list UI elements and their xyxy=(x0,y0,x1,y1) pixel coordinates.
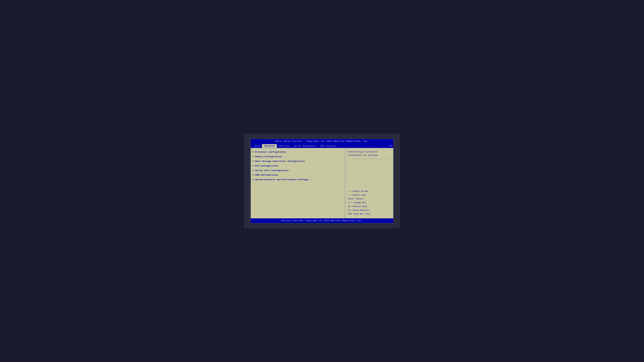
bezel: Aptio Setup Utility - Copyright (C) 2010… xyxy=(244,134,400,228)
key-help: →←: Select Screen ↑↓: Select Item Enter:… xyxy=(348,190,391,216)
key-select-screen: →←: Select Screen xyxy=(348,190,391,193)
footer-text: Version 2.00.1201. Copyright (C) 2010 Am… xyxy=(281,219,363,222)
menu-item-serial-port[interactable]: ► Serial Port Configuration xyxy=(253,169,343,172)
title-text: Aptio Setup Utility - Copyright (C) 2010… xyxy=(275,140,369,143)
left-panel: ► Processor Configuration ► Memory Confi… xyxy=(251,148,345,218)
menu-item-usb[interactable]: ► USB Configuration xyxy=(253,174,343,177)
menu-item-mass-storage[interactable]: ► Mass Storage Controller Configuration xyxy=(253,160,343,163)
tab-bar: Main Advanced Security Server Management… xyxy=(251,143,393,148)
arrow-icon-usb: ► xyxy=(253,174,254,176)
menu-item-memory-label: Memory Configuration xyxy=(255,155,282,158)
menu-item-processor-label: Processor Configuration xyxy=(255,151,286,154)
arrow-icon-acoustic: ► xyxy=(253,178,254,181)
tab-right-arrow: ► xyxy=(390,144,392,147)
menu-item-usb-label: USB Configuration xyxy=(255,174,278,177)
menu-item-memory[interactable]: ► Memory Configuration xyxy=(253,155,343,158)
main-content: ► Processor Configuration ► Memory Confi… xyxy=(251,148,393,218)
arrow-icon-processor: ► xyxy=(253,151,254,153)
arrow-icon-serial-port: ► xyxy=(253,169,254,172)
menu-item-serial-port-label: Serial Port Configuration xyxy=(255,169,289,172)
key-select-item: ↑↓: Select Item xyxy=(348,193,391,197)
help-description: View/Configure processor information and… xyxy=(348,150,391,159)
key-general-help: F1: General Help xyxy=(348,205,391,209)
menu-item-acoustic[interactable]: ► System Acoustic and Performance Config… xyxy=(253,178,343,181)
arrow-icon-mass-storage: ► xyxy=(253,160,254,162)
tab-security[interactable]: Security xyxy=(277,144,292,148)
key-setup-defaults: F9: Setup Defaults xyxy=(348,209,391,212)
menu-item-pci-label: PCI Configuration xyxy=(255,165,278,168)
title-bar: Aptio Setup Utility - Copyright (C) 2010… xyxy=(251,139,393,143)
bios-screen: Aptio Setup Utility - Copyright (C) 2010… xyxy=(250,138,394,224)
tab-main[interactable]: Main xyxy=(252,144,262,148)
menu-item-acoustic-label: System Acoustic and Performance Configur… xyxy=(255,178,313,181)
menu-item-processor[interactable]: ► Processor Configuration xyxy=(253,151,343,154)
menu-item-pci[interactable]: ► PCI Configuration xyxy=(253,165,343,168)
arrow-icon-pci: ► xyxy=(253,165,254,167)
tab-boot-options[interactable]: Boot Options xyxy=(318,144,338,148)
tab-advanced[interactable]: Advanced xyxy=(262,144,277,148)
tab-server-management[interactable]: Server Management xyxy=(292,144,318,148)
right-panel: View/Configure processor information and… xyxy=(345,148,393,218)
key-change-opt: +/-: Change Opt. xyxy=(348,201,391,205)
arrow-icon-memory: ► xyxy=(253,155,254,158)
key-enter-select: Enter: Select xyxy=(348,197,391,201)
menu-item-mass-storage-label: Mass Storage Controller Configuration xyxy=(255,160,305,163)
key-save-exit: F10: Save ESC: Exit xyxy=(348,212,391,216)
footer: Version 2.00.1201. Copyright (C) 2010 Am… xyxy=(251,218,393,223)
